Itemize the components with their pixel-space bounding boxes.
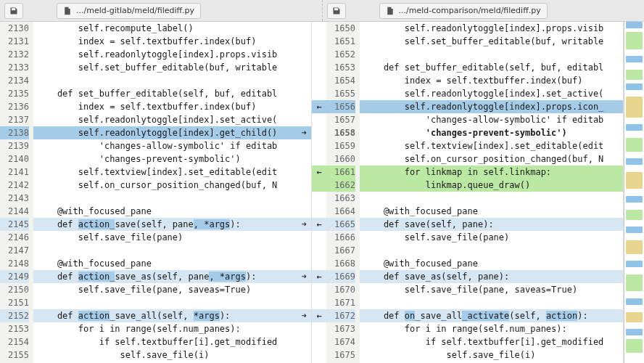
left-code[interactable]: self.recompute_label() index = self.text… — [33, 22, 297, 363]
code-line[interactable]: 'changes-allow-symbolic' if editab — [33, 139, 297, 152]
overview-map[interactable] — [624, 22, 644, 363]
line-number: 2147 — [0, 244, 29, 257]
push-right-icon[interactable]: ➜ — [297, 270, 311, 283]
code-line[interactable]: for i in range(self.num_panes): — [360, 322, 623, 335]
code-line[interactable] — [360, 244, 623, 257]
code-line[interactable]: self.save_file(pane, saveas=True) — [33, 283, 297, 296]
code-line[interactable]: 'changes-allow-symbolic' if editab — [360, 113, 623, 126]
map-segment[interactable] — [626, 210, 643, 220]
code-line[interactable]: self.set_buffer_editable(buf, writable — [33, 61, 297, 74]
code-line[interactable] — [360, 296, 623, 309]
code-line[interactable]: linkmap.queue_draw() — [360, 179, 623, 192]
map-segment[interactable] — [626, 329, 643, 335]
code-line[interactable]: def action_save_all(self, *args): — [33, 309, 297, 322]
code-line[interactable] — [33, 296, 297, 309]
map-segment[interactable] — [626, 138, 643, 152]
code-line[interactable]: self.recompute_label() — [33, 22, 297, 35]
code-line[interactable]: @with_focused_pane — [360, 257, 623, 270]
code-line[interactable]: self.textview[index].set_editable(edit — [33, 166, 297, 179]
arrow-spacer — [297, 166, 311, 179]
map-segment[interactable] — [626, 227, 643, 233]
push-left-icon[interactable]: ← — [312, 166, 326, 179]
code-line[interactable]: self.readonlytoggle[index].props.icon_ — [360, 100, 623, 113]
right-code[interactable]: self.readonlytoggle[index].props.visib s… — [360, 22, 623, 363]
map-segment[interactable] — [626, 70, 643, 80]
code-line[interactable]: self.readonlytoggle[index].set_active( — [360, 87, 623, 100]
code-line[interactable]: def save(self, pane): — [360, 218, 623, 231]
map-segment[interactable] — [626, 22, 643, 28]
code-line[interactable]: def action_save(self, pane, *args): — [33, 218, 297, 231]
code-line[interactable]: def on_save_all_activate(self, action): — [360, 309, 623, 322]
code-line[interactable] — [360, 192, 623, 205]
code-line[interactable]: index = self.textbuffer.index(buf) — [360, 74, 623, 87]
code-line[interactable]: self.save_file(i) — [360, 348, 623, 362]
arrow-spacer — [297, 152, 311, 166]
code-line[interactable]: self.textview[index].set_editable(edit — [360, 139, 623, 152]
arrow-spacer — [312, 22, 326, 35]
code-line[interactable]: self.save_file(pane) — [360, 231, 623, 244]
code-line[interactable] — [360, 48, 623, 61]
code-line[interactable]: for linkmap in self.linkmap: — [360, 166, 623, 179]
map-segment[interactable] — [626, 97, 643, 117]
map-segment[interactable] — [626, 312, 643, 322]
code-line[interactable]: self.readonlytoggle[index].props.visib — [360, 22, 623, 35]
push-left-icon[interactable]: ← — [312, 100, 326, 113]
code-line[interactable]: self.set_buffer_editable(buf, writable — [360, 35, 623, 48]
map-segment[interactable] — [626, 274, 643, 292]
arrow-spacer — [312, 348, 326, 362]
code-line[interactable] — [33, 192, 297, 205]
push-left-icon[interactable]: ← — [312, 309, 326, 322]
code-line[interactable]: self.on_cursor_position_changed(buf, N — [33, 179, 297, 192]
save-left-button[interactable] — [4, 3, 23, 19]
map-segment[interactable] — [626, 196, 643, 203]
map-segment[interactable] — [626, 298, 643, 305]
right-tab-pane: .../meld-comparison/meld/filediff.py — [322, 0, 645, 21]
code-line[interactable]: @with_focused_pane — [33, 257, 297, 270]
push-right-icon[interactable]: ➜ — [297, 218, 311, 231]
map-segment[interactable] — [626, 158, 643, 165]
code-line[interactable]: def set_buffer_editable(self, buf, edita… — [360, 61, 623, 74]
map-segment[interactable] — [626, 240, 643, 254]
push-right-icon[interactable]: ➜ — [297, 126, 311, 139]
code-line[interactable]: self.save_file(i) — [33, 348, 297, 362]
push-left-icon[interactable]: ← — [312, 270, 326, 283]
map-segment[interactable] — [626, 261, 643, 267]
code-line[interactable]: index = self.textbuffer.index(buf) — [33, 35, 297, 48]
push-right-icon[interactable]: ➜ — [297, 309, 311, 322]
code-line[interactable]: 'changes-prevent-symbolic') — [360, 126, 623, 139]
save-right-button[interactable] — [327, 3, 346, 19]
code-line[interactable]: index = self.textbuffer.index(buf) — [33, 100, 297, 113]
arrow-spacer — [297, 139, 311, 152]
code-line[interactable]: def action_save_as(self, pane, *args): — [33, 270, 297, 283]
line-number: 2135 — [0, 87, 29, 100]
map-segment[interactable] — [626, 172, 643, 189]
map-segment[interactable] — [626, 56, 643, 62]
code-line[interactable] — [33, 74, 297, 87]
line-number: 2131 — [0, 35, 29, 48]
line-number: 1654 — [326, 74, 355, 87]
code-line[interactable]: @with_focused_pane — [360, 205, 623, 218]
code-line[interactable]: self.save_file(pane, saveas=True) — [360, 283, 623, 296]
arrow-spacer — [312, 257, 326, 270]
map-segment[interactable] — [626, 124, 643, 131]
code-line[interactable]: def save_as(self, pane): — [360, 270, 623, 283]
code-line[interactable] — [33, 244, 297, 257]
map-segment[interactable] — [626, 339, 643, 353]
code-line[interactable]: self.readonlytoggle[index].set_active( — [33, 113, 297, 126]
map-segment[interactable] — [626, 83, 643, 90]
code-line[interactable]: for i in range(self.num_panes): — [33, 322, 297, 335]
code-line[interactable]: if self.textbuffer[i].get_modified — [33, 335, 297, 348]
code-line[interactable]: self.readonlytoggle[index].props.visib — [33, 48, 297, 61]
code-line[interactable]: def set_buffer_editable(self, buf, edita… — [33, 87, 297, 100]
code-line[interactable]: 'changes-prevent-symbolic') — [33, 152, 297, 166]
code-line[interactable]: self.on_cursor_position_changed(buf, N — [360, 152, 623, 166]
code-line[interactable]: if self.textbuffer[i].get_modified — [360, 335, 623, 348]
map-segment[interactable] — [626, 32, 643, 49]
left-file-tab[interactable]: .../meld-gitlab/meld/filediff.py — [57, 3, 201, 19]
push-left-icon[interactable]: ← — [312, 218, 326, 231]
code-line[interactable]: self.save_file(pane) — [33, 231, 297, 244]
code-line[interactable]: self.readonlytoggle[index].get_child() — [33, 126, 297, 139]
right-file-tab[interactable]: .../meld-comparison/meld/filediff.py — [379, 3, 548, 19]
line-number: 2133 — [0, 61, 29, 74]
code-line[interactable]: @with_focused_pane — [33, 205, 297, 218]
